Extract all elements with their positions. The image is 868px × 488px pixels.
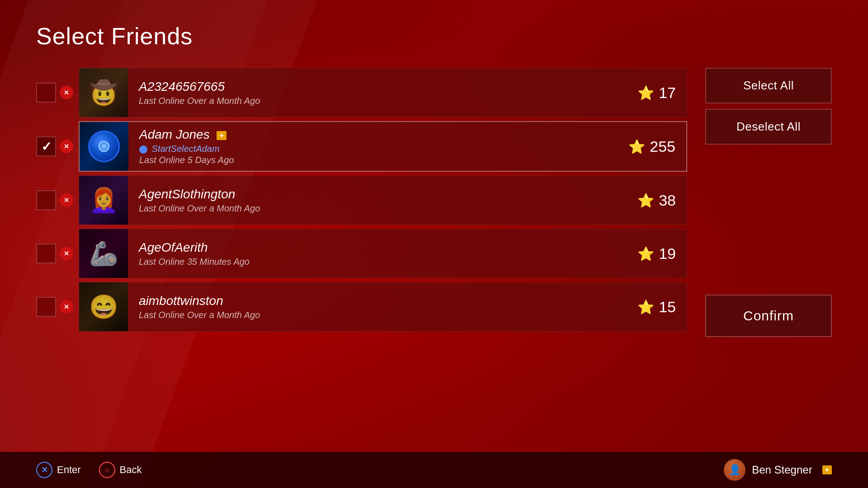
- remove-btn-aim[interactable]: [60, 300, 73, 314]
- friend-name-aim: aimbottwinston: [139, 294, 627, 308]
- enter-control: ✕ Enter: [36, 462, 81, 478]
- friend-trophies-age: ⭐ 19: [637, 245, 687, 263]
- x-button-icon: ✕: [36, 462, 52, 478]
- adam-avatar-robot: [88, 131, 120, 162]
- avatar-aim: 😄: [79, 282, 128, 331]
- trophy-icon-agent: ⭐: [637, 192, 654, 208]
- o-button-icon: ○: [99, 462, 115, 478]
- friend-status-age: Last Online 35 Minutes Ago: [139, 257, 627, 267]
- trophy-icon-a23: ⭐: [637, 85, 654, 101]
- friend-name-age: AgeOfAerith: [139, 240, 627, 255]
- friend-card-aim[interactable]: 😄 aimbottwinston Last Online Over a Mont…: [79, 282, 687, 332]
- bottom-bar: ✕ Enter ○ Back 👤 Ben Stegner +: [0, 452, 868, 488]
- avatar-icon-aim: 😄: [89, 293, 118, 321]
- trophy-count-aim: 15: [659, 298, 676, 316]
- friend-info-aim: aimbottwinston Last Online Over a Month …: [128, 294, 637, 320]
- friend-trophies-a23: ⭐ 17: [637, 84, 687, 102]
- trophy-count-agent: 38: [659, 192, 676, 209]
- friend-card-adam[interactable]: Adam Jones + StartSelectAdam Last Online…: [79, 121, 687, 172]
- checkbox-container-1: [36, 83, 73, 103]
- trophy-icon-adam: ⭐: [628, 139, 645, 155]
- friend-info-a23: A23246567665 Last Online Over a Month Ag…: [128, 80, 637, 106]
- avatar-adam: [80, 122, 128, 171]
- back-label: Back: [120, 464, 142, 476]
- friend-card-a23[interactable]: 🤠 A23246567665 Last Online Over a Month …: [79, 68, 687, 117]
- page-title: Select Friends: [36, 23, 832, 50]
- friend-card-age[interactable]: 🦾 AgeOfAerith Last Online 35 Minutes Ago…: [79, 229, 687, 278]
- trophy-count-a23: 17: [659, 84, 676, 102]
- checkbox-age[interactable]: [36, 244, 56, 263]
- checkbox-agent[interactable]: [36, 190, 56, 210]
- friend-status-a23: Last Online Over a Month Ago: [139, 96, 627, 106]
- friend-status-agent: Last Online Over a Month Ago: [139, 203, 627, 214]
- enter-label: Enter: [57, 464, 81, 476]
- checkbox-container-4: [36, 244, 73, 263]
- checkbox-aim[interactable]: [36, 297, 56, 317]
- friend-status-adam: Last Online 5 Days Ago: [139, 155, 618, 165]
- trophy-icon-age: ⭐: [637, 246, 654, 262]
- list-item: 😄 aimbottwinston Last Online Over a Mont…: [36, 282, 687, 332]
- friend-name-agent: AgentSlothington: [139, 187, 627, 202]
- bottom-controls: ✕ Enter ○ Back: [36, 462, 142, 478]
- back-control: ○ Back: [99, 462, 142, 478]
- avatar-agent: 👩‍🦰: [79, 176, 128, 225]
- friend-info-age: AgeOfAerith Last Online 35 Minutes Ago: [128, 240, 637, 267]
- avatar-icon-age: 🦾: [89, 240, 118, 267]
- friend-trophies-agent: ⭐ 38: [637, 192, 687, 209]
- deselect-all-button[interactable]: Deselect All: [705, 109, 832, 145]
- avatar-icon-agent: 👩‍🦰: [89, 187, 118, 214]
- trophy-count-adam: 255: [650, 138, 675, 155]
- right-panel: Select All Deselect All Confirm: [705, 68, 832, 337]
- friends-list: 🤠 A23246567665 Last Online Over a Month …: [36, 68, 687, 332]
- list-item: ✓ Adam Jones + Sta: [36, 121, 687, 172]
- friend-trophies-adam: ⭐ 255: [628, 138, 686, 155]
- ps-plus-icon-adam: +: [217, 131, 226, 140]
- friend-name-a23: A23246567665: [139, 80, 627, 94]
- checkbox-a23[interactable]: [36, 83, 56, 103]
- remove-btn-agent[interactable]: [60, 193, 73, 207]
- remove-btn-a23[interactable]: [60, 86, 73, 99]
- checkbox-container-5: [36, 297, 73, 317]
- friend-info-agent: AgentSlothington Last Online Over a Mont…: [128, 187, 637, 214]
- user-info: 👤 Ben Stegner +: [724, 459, 832, 481]
- list-item: 🤠 A23246567665 Last Online Over a Month …: [36, 68, 687, 117]
- remove-btn-adam[interactable]: [60, 140, 73, 153]
- remove-btn-age[interactable]: [60, 247, 73, 260]
- checkbox-container-3: [36, 190, 73, 210]
- avatar-icon-a23: 🤠: [89, 79, 118, 107]
- content-area: 🤠 A23246567665 Last Online Over a Month …: [36, 68, 832, 337]
- list-item: 🦾 AgeOfAerith Last Online 35 Minutes Ago…: [36, 229, 687, 278]
- friend-card-agent[interactable]: 👩‍🦰 AgentSlothington Last Online Over a …: [79, 175, 687, 225]
- checkbox-container-2: ✓: [36, 136, 73, 156]
- friend-name-adam: Adam Jones +: [139, 127, 618, 142]
- list-item: 👩‍🦰 AgentSlothington Last Online Over a …: [36, 175, 687, 225]
- confirm-button[interactable]: Confirm: [705, 295, 832, 337]
- trophy-icon-aim: ⭐: [637, 299, 654, 315]
- friend-info-adam: Adam Jones + StartSelectAdam Last Online…: [128, 127, 628, 165]
- psn-icon: [139, 145, 147, 154]
- select-all-button[interactable]: Select All: [705, 68, 832, 103]
- friend-psn-adam: StartSelectAdam: [139, 144, 618, 154]
- avatar-age: 🦾: [79, 229, 128, 278]
- user-ps-plus-icon: +: [822, 465, 832, 474]
- trophy-count-age: 19: [659, 245, 676, 263]
- avatar-a23: 🤠: [79, 68, 128, 117]
- checkmark-adam: ✓: [41, 139, 52, 154]
- friend-status-aim: Last Online Over a Month Ago: [139, 310, 627, 320]
- checkbox-adam[interactable]: ✓: [36, 136, 56, 156]
- friend-trophies-aim: ⭐ 15: [637, 298, 687, 316]
- user-avatar: 👤: [724, 459, 745, 481]
- user-name: Ben Stegner: [752, 464, 812, 476]
